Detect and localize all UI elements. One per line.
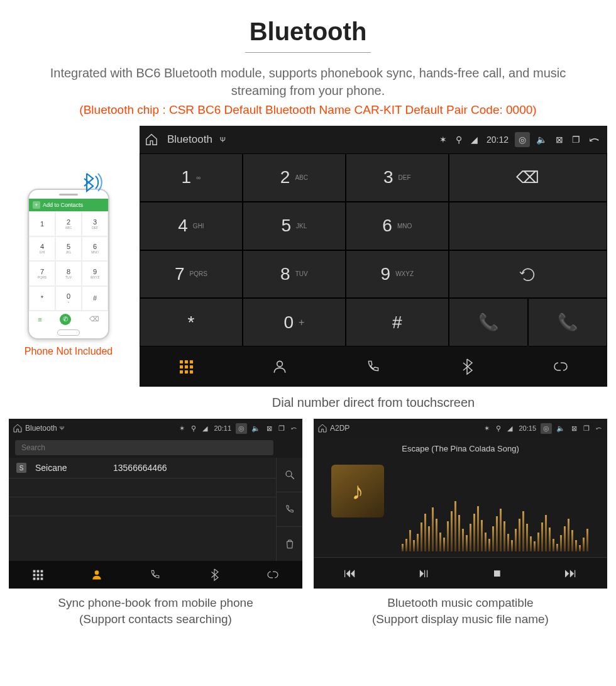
call-button[interactable]: 📞 bbox=[449, 298, 528, 346]
next-track-icon[interactable]: ⏭ bbox=[534, 558, 607, 589]
phone-backspace-icon: ⌫ bbox=[89, 315, 99, 323]
tab-keypad[interactable] bbox=[140, 346, 233, 387]
page-description: Integrated with BC6 Bluetooth module, su… bbox=[0, 64, 616, 99]
wifi-icon: ◢ bbox=[468, 135, 480, 145]
key-0[interactable]: 0+ bbox=[243, 298, 346, 346]
close-icon[interactable]: ⊠ bbox=[553, 135, 566, 145]
bluetooth-status-icon: ✶ bbox=[177, 424, 187, 433]
home-icon[interactable] bbox=[13, 423, 23, 433]
volume-icon[interactable]: 🔈 bbox=[250, 424, 262, 433]
clock: 20:11 bbox=[212, 424, 233, 432]
bluetooth-status-icon: ✶ bbox=[437, 135, 449, 145]
home-icon[interactable] bbox=[317, 423, 327, 433]
clock: 20:12 bbox=[484, 135, 511, 145]
backspace-button[interactable]: ⌫ bbox=[449, 153, 607, 202]
album-art-icon: ♪ bbox=[331, 465, 384, 517]
bluetooth-status-icon: ✶ bbox=[482, 424, 492, 433]
music-caption: Bluetooth music compatible (Support disp… bbox=[314, 589, 607, 627]
tab-pair[interactable] bbox=[244, 561, 302, 589]
phone-key-3: 3DEF bbox=[82, 211, 108, 236]
phone-keypad: 12ABC3DEF4GHI5JKL6MNO7PQRS8TUV9WXYZ*0+# bbox=[29, 211, 108, 311]
key-5[interactable]: 5JKL bbox=[243, 202, 346, 250]
svg-line-2 bbox=[291, 476, 294, 479]
prev-track-icon[interactable]: ⏮ bbox=[314, 558, 387, 589]
key-2[interactable]: 2ABC bbox=[243, 153, 346, 202]
phone-key-*: * bbox=[29, 286, 55, 311]
phone-key-6: 6MNO bbox=[82, 236, 108, 262]
side-call-icon[interactable] bbox=[277, 492, 302, 527]
multitask-icon[interactable]: ❐ bbox=[581, 424, 591, 433]
key-7[interactable]: 7PQRS bbox=[140, 250, 243, 299]
svg-point-0 bbox=[277, 361, 283, 367]
stop-icon[interactable]: ■ bbox=[461, 558, 534, 589]
contact-number: 13566664466 bbox=[113, 463, 167, 473]
phone-header: + Add to Contacts bbox=[29, 199, 108, 211]
close-icon[interactable]: ⊠ bbox=[569, 424, 579, 433]
screen-title: A2DP bbox=[330, 424, 349, 433]
clock: 20:15 bbox=[517, 424, 538, 432]
key-1[interactable]: 1∞ bbox=[140, 153, 243, 202]
contact-row[interactable]: S Seicane 13566664466 bbox=[9, 458, 276, 479]
music-controls: ⏮ ⏯ ■ ⏭ bbox=[314, 557, 607, 589]
key-4[interactable]: 4GHI bbox=[140, 202, 243, 250]
multitask-icon[interactable]: ❐ bbox=[569, 135, 583, 145]
music-status-bar: A2DP ✶ ⚲ ◢ 20:15 ◎ 🔈 ⊠ ❐ ⤺ bbox=[314, 419, 607, 438]
location-icon: ⚲ bbox=[189, 424, 198, 433]
music-screen: A2DP ✶ ⚲ ◢ 20:15 ◎ 🔈 ⊠ ❐ ⤺ Escape (The P… bbox=[314, 419, 607, 589]
side-delete-icon[interactable] bbox=[277, 527, 302, 561]
phone-home-button bbox=[57, 329, 80, 336]
search-input[interactable] bbox=[15, 440, 273, 455]
back-icon[interactable]: ⤺ bbox=[594, 424, 603, 433]
volume-icon[interactable]: 🔈 bbox=[554, 424, 567, 433]
screenshot-icon[interactable]: ◎ bbox=[541, 423, 552, 434]
key-star[interactable]: * bbox=[140, 298, 243, 346]
key-8[interactable]: 8TUV bbox=[243, 250, 346, 299]
wifi-icon: ◢ bbox=[201, 424, 209, 433]
hangup-button[interactable]: 📞 bbox=[528, 298, 607, 346]
page-title: Bluetooth bbox=[0, 18, 616, 46]
phone-menu-icon: ≡ bbox=[38, 316, 41, 323]
contact-sidebar bbox=[276, 458, 302, 561]
tab-recents[interactable] bbox=[126, 561, 185, 589]
tab-recents[interactable] bbox=[327, 346, 421, 387]
title-underline bbox=[245, 52, 371, 53]
location-icon: ⚲ bbox=[453, 135, 465, 145]
tab-contacts[interactable] bbox=[67, 561, 126, 589]
contact-list: S Seicane 13566664466 bbox=[9, 458, 276, 561]
key-3[interactable]: 3DEF bbox=[346, 153, 449, 202]
volume-icon[interactable]: 🔈 bbox=[534, 135, 549, 145]
bottom-tabbar bbox=[140, 346, 607, 387]
phone-key-4: 4GHI bbox=[29, 236, 55, 262]
redial-button[interactable] bbox=[449, 250, 607, 299]
screenshot-icon[interactable]: ◎ bbox=[236, 423, 247, 434]
key-6[interactable]: 6MNO bbox=[346, 202, 449, 250]
close-icon[interactable]: ⊠ bbox=[265, 424, 274, 433]
tab-bluetooth[interactable] bbox=[185, 561, 243, 589]
home-icon[interactable] bbox=[145, 133, 160, 147]
phone-key-#: # bbox=[82, 286, 108, 311]
multitask-icon[interactable]: ❐ bbox=[277, 424, 287, 433]
contact-initial-badge: S bbox=[16, 463, 26, 473]
phone-key-5: 5JKL bbox=[55, 236, 82, 262]
status-bar: Bluetooth Ψ ✶ ⚲ ◢ 20:12 ◎ 🔈 ⊠ ❐ ⤺ bbox=[140, 126, 607, 153]
phone-mockup-column: + Add to Contacts 12ABC3DEF4GHI5JKL6MNO7… bbox=[9, 126, 128, 357]
tab-pair[interactable] bbox=[514, 346, 607, 387]
back-icon[interactable]: ⤺ bbox=[289, 424, 299, 433]
contact-row-empty bbox=[9, 516, 276, 535]
location-icon: ⚲ bbox=[494, 424, 503, 433]
phone-key-8: 8TUV bbox=[55, 261, 82, 286]
screenshot-icon[interactable]: ◎ bbox=[515, 132, 530, 147]
tab-bluetooth[interactable] bbox=[420, 346, 514, 387]
tab-keypad[interactable] bbox=[9, 561, 67, 589]
key-9[interactable]: 9WXYZ bbox=[346, 250, 449, 299]
phone-key-2: 2ABC bbox=[55, 211, 82, 236]
back-icon[interactable]: ⤺ bbox=[586, 132, 602, 147]
phone-call-icon: ✆ bbox=[60, 314, 71, 325]
side-search-icon[interactable] bbox=[277, 458, 302, 492]
dialer-screen: Bluetooth Ψ ✶ ⚲ ◢ 20:12 ◎ 🔈 ⊠ ❐ ⤺ 1∞2ABC… bbox=[140, 126, 607, 387]
play-pause-icon[interactable]: ⏯ bbox=[387, 558, 461, 589]
tab-contacts[interactable] bbox=[233, 346, 327, 387]
phone-key-9: 9WXYZ bbox=[82, 261, 108, 286]
key-hash[interactable]: # bbox=[346, 298, 449, 346]
usb-icon: Ψ bbox=[220, 136, 226, 143]
